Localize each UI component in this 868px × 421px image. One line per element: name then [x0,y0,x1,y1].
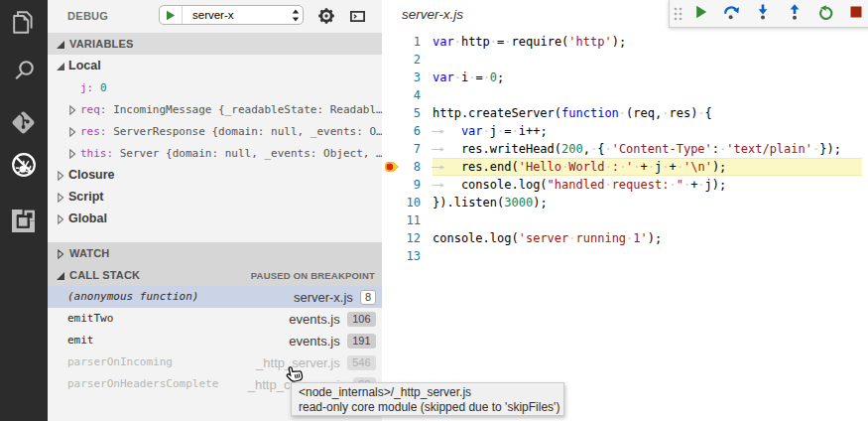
continue-icon [693,4,709,24]
line-number: 11 [382,211,421,229]
code-line-4[interactable]: 4 [382,86,868,104]
code-line-5[interactable]: 5http.createServer(function·(req,·res)·{ [382,104,868,122]
scope-label: Closure [68,168,115,182]
extensions-icon [12,210,35,232]
console-icon [350,11,365,22]
line-number: 7 [382,140,421,158]
twistie-collapsed-icon [67,105,77,115]
scope-row-closure[interactable]: Closure [48,164,382,186]
step-over-icon [723,4,740,24]
code-text: →var·j·=·i++; [433,122,548,140]
section-label: CALL STACK [69,269,140,281]
code-text: }).listen(3000); [433,194,548,211]
code-line-6[interactable]: 6→var·j·=·i++; [382,122,868,140]
twistie-collapsed-icon [56,171,65,181]
code-text: var·http·=·require('http'); [433,33,626,51]
editor-file-title[interactable]: server-x.js [402,7,463,22]
frame-line-badge: 191 [347,334,376,349]
play-icon [166,10,176,21]
variable-value: ServerResponse {domain: null, _events: O… [113,125,382,138]
variable-row[interactable]: req: IncomingMessage {_readableState: Re… [48,98,382,120]
activity-item-extensions[interactable] [0,191,48,238]
code-line-8[interactable]: 8→res.end('Hello·World·:·'·+·j·+·'\n'); [382,158,868,176]
scope-row-global[interactable]: Global [48,208,382,229]
paused-status: PAUSED ON BREAKPOINT [251,264,375,286]
frame-location: events.js106 [289,308,376,330]
code-line-7[interactable]: 7→res.writeHead(200,·{·'Content-Type':·'… [382,140,868,158]
restart-button[interactable] [809,1,840,27]
line-number: 12 [382,229,421,247]
variable-text: this: Server {domain: null, _events: Obj… [80,147,382,160]
variable-row[interactable]: j: 0 [48,76,382,98]
start-debug-button[interactable] [160,6,183,24]
vscode-window: DEBUG server-x VARIABLESLocalj: 0r [0,0,868,421]
code-line-13[interactable]: 13 [382,247,868,265]
section-header-watch[interactable]: WATCH [48,242,382,264]
stack-frame-row[interactable]: emit events.js191 [48,330,382,351]
variable-value: IncomingMessage {_readableState: Readabl… [113,103,382,116]
section-label: VARIABLES [69,38,134,50]
configure-button[interactable] [314,4,338,28]
frame-line-badge: 106 [347,312,376,327]
section-header-callstack[interactable]: CALL STACKPAUSED ON BREAKPOINT [48,264,382,286]
callstack-tooltip: <node_internals>/_http_server.js read-on… [291,382,564,416]
variable-row[interactable]: this: Server {domain: null, _events: Obj… [48,142,382,164]
code-text: →console.log("handled·request:·"·+·j); [433,176,726,194]
stop-button[interactable] [840,1,868,27]
code-text: http.createServer(function·(req,·res)·{ [433,104,712,122]
toolbar-drag-handle[interactable] [670,6,685,22]
line-number: 13 [382,247,421,265]
code-text: console.log('server·running·1'); [433,229,662,247]
variable-row[interactable]: res: ServerResponse {domain: null, _even… [48,120,382,142]
code-area[interactable]: 1var·http·=·require('http');23var·i·=·0;… [382,33,868,265]
git-icon [11,110,36,135]
frame-name: (anonymous function) [67,286,198,308]
code-line-9[interactable]: 9→console.log("handled·request:·"·+·j); [382,176,868,194]
code-line-11[interactable]: 11 [382,211,868,229]
twistie-expanded-icon [56,40,65,50]
step-into-button[interactable] [748,1,779,27]
tooltip-path: <node_internals>/_http_server.js [299,385,557,400]
code-line-2[interactable]: 2 [382,51,868,69]
twistie-collapsed-icon [56,249,65,259]
code-line-10[interactable]: 10}).listen(3000); [382,194,868,211]
frame-location: _http_server.js546 [256,351,376,373]
step-out-button[interactable] [779,1,809,27]
step-over-button[interactable] [716,1,747,27]
scope-row-local[interactable]: Local [48,55,382,76]
frame-line-badge: 8 [360,290,376,305]
line-number: 6 [382,122,421,140]
debug-console-button[interactable] [345,4,369,28]
code-text: var·i·=·0; [433,69,504,86]
twistie-expanded-icon [56,62,65,71]
line-number: 8 [382,158,421,176]
frame-location: events.js191 [289,330,376,351]
section-header-variables[interactable]: VARIABLES [48,33,382,55]
frame-line-badge: 546 [347,355,376,370]
step-out-icon [787,4,803,24]
variable-text: j: 0 [80,81,107,94]
gear-icon [318,8,334,24]
stack-frame-row[interactable]: parserOnIncoming _http_server.js546 [48,351,382,373]
twistie-expanded-icon [56,271,65,281]
code-line-12[interactable]: 12console.log('server·running·1'); [382,229,868,247]
line-number: 9 [382,176,421,194]
scope-row-script[interactable]: Script [48,186,382,208]
stack-frame-row[interactable]: (anonymous function) server-x.js8 [48,286,382,308]
variable-name: this: [80,147,113,160]
stop-icon [848,4,864,24]
code-line-1[interactable]: 1var·http·=·require('http'); [382,33,868,51]
launch-config-picker[interactable]: server-x [159,5,304,25]
code-text: →res.end('Hello·World·:·'·+·j·+·'\n'); [433,158,726,176]
activity-item-search[interactable] [0,48,48,95]
activity-item-debug[interactable] [0,143,48,191]
continue-button[interactable] [685,1,716,27]
variable-name: j: [80,81,93,94]
activity-item-explorer[interactable] [0,0,48,48]
line-number: 5 [382,104,421,122]
variable-value: Server {domain: null, _events: Object, … [120,147,382,160]
debug-sidebar: DEBUG server-x VARIABLESLocalj: 0r [48,0,382,421]
stack-frame-row[interactable]: emitTwo events.js106 [48,308,382,330]
activity-item-scm[interactable] [0,95,48,143]
code-line-3[interactable]: 3var·i·=·0; [382,69,868,86]
